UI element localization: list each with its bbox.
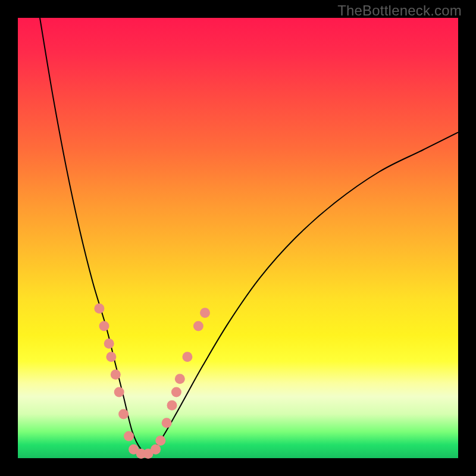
data-dot — [99, 321, 109, 331]
data-dot — [111, 369, 121, 380]
plot-area — [18, 18, 458, 458]
data-dot — [151, 444, 161, 455]
data-dot — [193, 321, 203, 331]
data-dot — [104, 339, 114, 349]
curve-left-arm — [40, 18, 150, 454]
data-dot — [175, 374, 185, 384]
chart-frame: TheBottleneck.com — [0, 0, 476, 476]
data-dot — [182, 352, 192, 362]
data-dot — [200, 308, 210, 318]
data-dot — [114, 387, 124, 397]
watermark-text: TheBottleneck.com — [337, 2, 462, 19]
data-dot — [167, 400, 177, 411]
data-dot — [155, 436, 165, 446]
data-dot — [118, 409, 129, 419]
curve-right-arm — [150, 132, 458, 453]
data-dot — [94, 303, 104, 314]
dots-group — [94, 303, 210, 459]
data-dot — [124, 431, 134, 441]
data-dot — [171, 387, 181, 397]
data-dot — [106, 352, 116, 362]
curve-layer — [18, 18, 458, 458]
data-dot — [162, 418, 172, 428]
